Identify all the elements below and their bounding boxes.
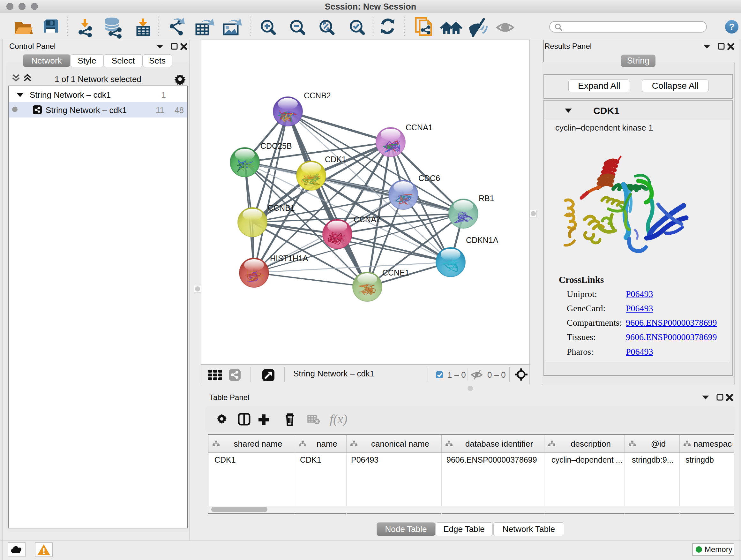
svg-text:CCNB1: CCNB1 [268, 203, 295, 212]
svg-text:1 – 0: 1 – 0 [448, 370, 466, 380]
svg-text:CDC6: CDC6 [418, 174, 440, 183]
svg-text:CCNA1: CCNA1 [406, 123, 433, 132]
svg-text:RB1: RB1 [479, 194, 494, 203]
svg-text:CCNB2: CCNB2 [304, 91, 331, 100]
svg-text:f(x): f(x) [330, 412, 347, 426]
svg-text:CCNE1: CCNE1 [382, 268, 409, 277]
svg-text:CDC25B: CDC25B [260, 141, 292, 150]
svg-text:CDK1: CDK1 [325, 155, 346, 164]
svg-text:HIST1H1A: HIST1H1A [270, 254, 308, 263]
svg-text:CDKN1A: CDKN1A [466, 236, 498, 245]
svg-text:0 – 0: 0 – 0 [487, 370, 506, 380]
svg-text:CCNA2: CCNA2 [354, 215, 381, 224]
